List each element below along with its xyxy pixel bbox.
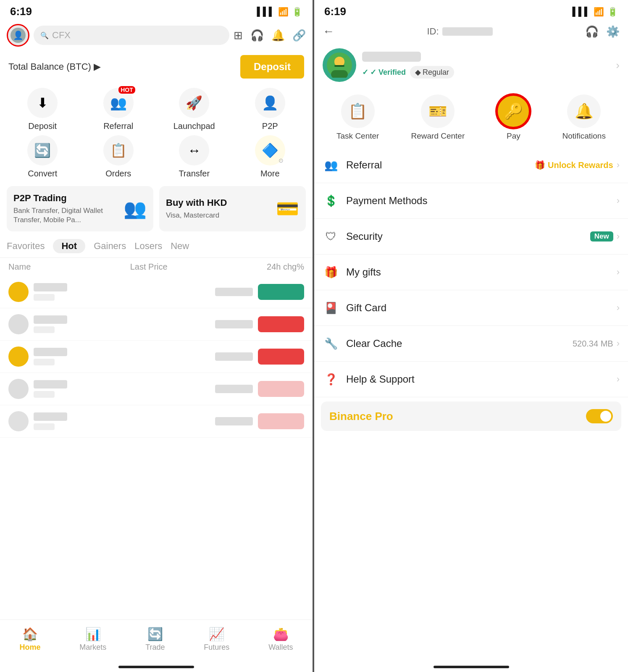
gift-card-arrow-icon: › [617, 302, 620, 313]
menu-help-support[interactable]: ❓ Help & Support › [314, 362, 628, 397]
support-icon[interactable]: 🎧 [585, 25, 599, 38]
nav-trade-label: Trade [145, 643, 165, 652]
verified-badge: ✓ ✓ Verified [362, 66, 406, 79]
convert-icon: 🔄 [34, 142, 51, 158]
futures-icon: 📈 [209, 627, 224, 641]
nav-markets[interactable]: 📊 Markets [79, 627, 106, 652]
action-grid: ⬇ Deposit 👥 HOT Referral 🚀 Launchpad � [0, 84, 313, 183]
gift-card-right: › [617, 302, 620, 313]
right-home-bar [434, 666, 509, 668]
verified-label: ✓ Verified [370, 68, 406, 77]
tab-new[interactable]: New [171, 239, 189, 253]
search-bar[interactable]: 🔍 CFX [34, 26, 229, 45]
bell-icon[interactable]: 🔔 [271, 29, 285, 42]
tab-hot[interactable]: Hot [53, 239, 85, 253]
search-input[interactable]: CFX [52, 30, 71, 41]
coin-info [34, 412, 210, 430]
activity-icon[interactable]: 🔗 [292, 29, 306, 42]
task-center-icon-circle: 📋 [341, 94, 375, 128]
nav-wallets[interactable]: 👛 Wallets [268, 627, 293, 652]
quick-notifications[interactable]: 🔔 Notifications [562, 94, 606, 141]
right-status-bar: 6:19 ▌▌▌ 📶 🔋 [314, 0, 628, 21]
coin-info [34, 348, 210, 365]
action-convert-label: Convert [28, 169, 57, 178]
tab-losers[interactable]: Losers [134, 239, 162, 253]
payment-arrow-icon: › [617, 195, 620, 206]
nav-home[interactable]: 🏠 Home [19, 627, 40, 652]
action-referral[interactable]: 👥 HOT Referral [83, 88, 155, 131]
action-more[interactable]: 🔷 ⊙ More [234, 135, 306, 178]
menu-section: 👥 Referral 🎁 Unlock Rewards › 💲 Payment … [314, 147, 628, 662]
action-orders[interactable]: 📋 Orders [83, 135, 155, 178]
left-status-bar: 6:19 ▌▌▌ 📶 🔋 [0, 0, 313, 21]
orders-icon-circle: 📋 [103, 135, 134, 165]
coin-price-blur [215, 417, 253, 425]
avatar-button[interactable]: 👤 [7, 24, 29, 47]
more-icon: 🔷 [262, 142, 279, 158]
coin-info [34, 380, 210, 398]
action-deposit[interactable]: ⬇ Deposit [7, 88, 79, 131]
pay-icon-circle: 🔑 [497, 94, 530, 128]
table-row[interactable] [0, 308, 313, 341]
menu-payment-methods[interactable]: 💲 Payment Methods › [314, 183, 628, 219]
menu-gift-card[interactable]: 🎴 Gift Card › [314, 290, 628, 326]
search-icon: 🔍 [40, 32, 49, 39]
action-convert[interactable]: 🔄 Convert [7, 135, 79, 178]
buy-hkd-card[interactable]: Buy with HKD Visa, Mastercard 💳 [159, 186, 306, 231]
tab-favorites[interactable]: Favorites [7, 239, 45, 253]
coin-price-blur [215, 288, 253, 296]
p2p-trading-card[interactable]: P2P Trading Bank Transfer, Digital Walle… [7, 186, 153, 231]
right-home-indicator [314, 662, 628, 672]
home-bar [118, 666, 194, 668]
coin-price-blur [215, 385, 253, 393]
table-row[interactable] [0, 341, 313, 373]
nav-trade[interactable]: 🔄 Trade [145, 627, 165, 652]
referral-arrow-icon: › [617, 160, 620, 171]
quick-reward-center[interactable]: 🎫 Reward Center [411, 94, 465, 141]
action-deposit-label: Deposit [28, 121, 57, 131]
action-transfer[interactable]: ↔ Transfer [158, 135, 230, 178]
table-row[interactable] [0, 373, 313, 405]
nav-futures[interactable]: 📈 Futures [204, 627, 229, 652]
back-button[interactable]: ← [323, 25, 334, 38]
deposit-button[interactable]: Deposit [240, 55, 304, 79]
payment-methods-icon: 💲 [323, 192, 339, 209]
menu-my-gifts[interactable]: 🎁 My gifts › [314, 255, 628, 290]
coin-sub-blur [34, 391, 55, 398]
menu-security[interactable]: 🛡 Security New › [314, 219, 628, 255]
profile-section: ✓ ✓ Verified ◆ Regular › [314, 42, 628, 88]
clear-cache-label: Clear Cache [346, 338, 566, 349]
menu-referral[interactable]: 👥 Referral 🎁 Unlock Rewards › [314, 147, 628, 183]
market-table-header: Name Last Price 24h chg% [0, 258, 313, 276]
pay-label: Pay [507, 131, 520, 141]
expand-icon[interactable]: ⊞ [234, 29, 243, 42]
profile-name-blur [362, 52, 421, 62]
settings-icon[interactable]: ⚙️ [606, 25, 620, 38]
headset-icon[interactable]: 🎧 [250, 29, 264, 42]
coin-price-blur [215, 320, 253, 328]
action-launchpad[interactable]: 🚀 Launchpad [158, 88, 230, 131]
check-icon: ✓ [362, 68, 368, 77]
quick-task-center[interactable]: 📋 Task Center [336, 94, 379, 141]
tab-gainers[interactable]: Gainers [94, 239, 126, 253]
wifi-icon-right: 📶 [594, 7, 604, 17]
menu-clear-cache[interactable]: 🔧 Clear Cache 520.34 MB › [314, 326, 628, 362]
buy-hkd-sub: Visa, Mastercard [166, 211, 227, 220]
table-row[interactable] [0, 405, 313, 438]
table-row[interactable] [0, 276, 313, 308]
my-gifts-label: My gifts [346, 266, 610, 278]
action-p2p[interactable]: 👤 P2P [234, 88, 306, 131]
signal-icon: ▌▌▌ [257, 7, 275, 16]
binance-pro-toggle[interactable] [586, 409, 613, 423]
referral-menu-icon: 👥 [323, 157, 339, 173]
change-badge-red [258, 316, 304, 332]
left-phone: 6:19 ▌▌▌ 📶 🔋 👤 🔍 CFX ⊞ 🎧 🔔 🔗 [0, 0, 314, 672]
clear-cache-right: 520.34 MB › [573, 338, 620, 349]
action-transfer-label: Transfer [179, 169, 210, 178]
coin-sub-blur [34, 359, 55, 365]
wifi-icon: 📶 [278, 7, 289, 17]
quick-pay[interactable]: 🔑 Pay [497, 94, 530, 141]
col-price: Last Price [130, 262, 168, 272]
coin-icon [8, 346, 29, 367]
right-time: 6:19 [324, 5, 346, 18]
